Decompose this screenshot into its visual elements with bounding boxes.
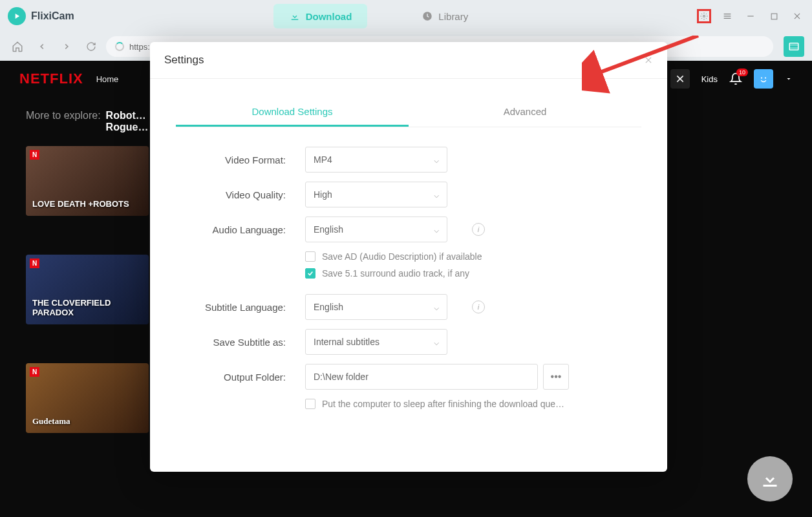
label-save-subtitle: Save Subtitle as: — [182, 337, 286, 348]
svg-point-14 — [761, 77, 762, 78]
thumb-item[interactable]: NTHE CLOVERFIELD PARADOX — [26, 255, 149, 324]
loading-spinner-icon — [115, 42, 124, 51]
nav-home[interactable]: Home — [96, 74, 119, 84]
app-logo-icon — [8, 7, 26, 25]
chevron-down-icon[interactable] — [785, 75, 793, 83]
checkbox-save-ad[interactable] — [305, 251, 315, 262]
download-icon — [289, 10, 301, 22]
notifications-button[interactable]: 10 — [729, 72, 742, 85]
select-audio-language[interactable]: English ⌵ — [305, 216, 447, 242]
thumb-item[interactable]: NLOVE DEATH +ROBOTS — [26, 146, 149, 216]
checkbox-sleep[interactable] — [305, 399, 315, 409]
top-tabs: Download Library — [273, 4, 484, 28]
profile-avatar[interactable] — [754, 69, 773, 89]
label-save-51: Save 5.1 surround audio track, if any — [322, 268, 469, 279]
select-save-subtitle[interactable]: Internal subtitles ⌵ — [305, 329, 447, 355]
explore-label: More to explore: — [26, 110, 101, 133]
select-video-format[interactable]: MP4 ⌵ — [305, 147, 447, 173]
chevron-down-icon: ⌵ — [434, 337, 439, 347]
label-video-quality: Video Quality: — [182, 189, 286, 200]
minimize-button[interactable] — [743, 9, 758, 23]
label-video-format: Video Format: — [182, 154, 286, 165]
netflix-close-button[interactable] — [670, 69, 690, 89]
info-icon[interactable]: i — [472, 301, 485, 313]
back-button[interactable] — [32, 37, 52, 56]
notification-badge: 10 — [736, 69, 748, 76]
info-icon[interactable]: i — [472, 223, 485, 236]
home-button[interactable] — [8, 37, 27, 56]
netflix-nav: Home — [96, 74, 119, 84]
tab-library-label: Library — [438, 11, 468, 22]
app-name: FlixiCam — [31, 10, 74, 22]
close-button[interactable] — [790, 9, 804, 23]
label-audio-language: Audio Language: — [182, 224, 286, 235]
tab-library[interactable]: Library — [406, 4, 484, 28]
clock-icon — [422, 10, 433, 22]
chevron-down-icon: ⌵ — [434, 224, 439, 235]
title-bar: FlixiCam Download Library — [0, 0, 812, 32]
tab-download-label: Download — [306, 11, 352, 22]
modal-close-button[interactable] — [644, 56, 653, 65]
select-video-quality[interactable]: High ⌵ — [305, 182, 447, 207]
app-logo-area: FlixiCam — [8, 7, 74, 25]
modal-header: Settings — [150, 42, 667, 79]
chevron-down-icon: ⌵ — [434, 154, 439, 165]
browse-button[interactable]: ••• — [543, 364, 569, 390]
forward-button[interactable] — [57, 37, 76, 56]
select-subtitle-language[interactable]: English ⌵ — [305, 294, 447, 320]
reload-button[interactable] — [81, 37, 101, 56]
output-folder-path[interactable]: D:\New folder — [305, 364, 538, 390]
label-output-folder: Output Folder: — [182, 372, 286, 383]
menu-button[interactable] — [720, 9, 734, 23]
label-subtitle-language: Subtitle Language: — [182, 302, 286, 313]
chevron-down-icon: ⌵ — [434, 302, 439, 312]
svg-point-1 — [703, 16, 705, 17]
tab-advanced[interactable]: Advanced — [409, 98, 641, 127]
chevron-down-icon: ⌵ — [434, 189, 439, 200]
video-tool-button[interactable] — [784, 36, 804, 57]
explore-items: Robot… Rogue… — [106, 110, 149, 133]
thumb-item[interactable]: NGudetama — [26, 363, 149, 433]
netflix-logo: NETFLIX — [19, 70, 83, 87]
checkbox-save-51[interactable] — [305, 268, 315, 279]
label-save-ad: Save AD (Audio Description) if available — [322, 251, 482, 262]
window-controls — [697, 9, 804, 23]
tab-download-settings[interactable]: Download Settings — [176, 98, 409, 127]
url-text: https: — [129, 42, 150, 52]
svg-rect-6 — [771, 14, 777, 19]
modal-tabs: Download Settings Advanced — [176, 98, 641, 127]
netflix-right: Kids 10 — [670, 69, 793, 89]
float-download-button[interactable] — [747, 456, 793, 501]
svg-rect-9 — [789, 43, 798, 50]
tab-download[interactable]: Download — [273, 4, 368, 28]
kids-link[interactable]: Kids — [701, 74, 718, 84]
settings-button[interactable] — [697, 9, 711, 23]
svg-point-15 — [765, 77, 766, 78]
settings-modal: Settings Download Settings Advanced Vide… — [150, 42, 667, 472]
modal-body: Video Format: MP4 ⌵ Video Quality: High … — [150, 127, 667, 472]
label-sleep: Put the computer to sleep after finishin… — [322, 399, 564, 409]
modal-title: Settings — [164, 54, 204, 67]
maximize-button[interactable] — [767, 9, 781, 23]
